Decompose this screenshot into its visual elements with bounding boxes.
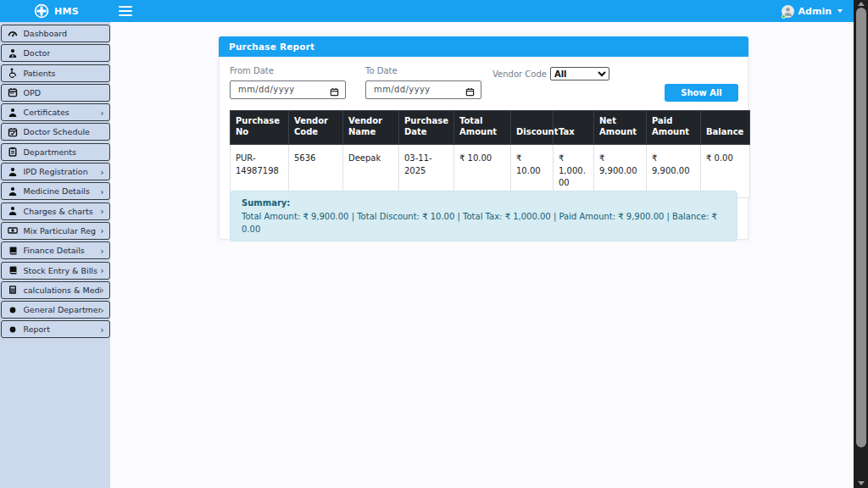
table-cell: PUR-14987198 [231, 145, 289, 198]
top-navbar: HMS Admin [0, 0, 868, 22]
gauge-icon [8, 29, 18, 39]
column-header-total-amount: Total Amount [454, 111, 511, 145]
calculator-icon [8, 285, 18, 295]
money-icon [8, 225, 18, 236]
purchase-report-table: Purchase NoVendor CodeVendor NamePurchas… [230, 110, 750, 198]
brand[interactable]: HMS [34, 3, 79, 19]
sidebar-item-dashboard[interactable]: Dashboard [1, 25, 110, 42]
sidebar-item-charges-charts[interactable]: Charges & charts› [1, 202, 110, 220]
sidebar-item-label: Dashboard [24, 29, 68, 38]
to-date-input[interactable] [365, 80, 481, 99]
column-header-vendor-code: Vendor Code [289, 111, 343, 145]
sidebar-item-ipd-registration[interactable]: IPD Registration› [1, 163, 110, 180]
avatar-icon [782, 5, 794, 18]
table-cell: ₹ 9,900.00 [594, 145, 647, 198]
sidebar-item-label: Medicine Details [24, 186, 90, 196]
chevron-right-icon: › [101, 247, 104, 256]
online-status-dot [782, 14, 786, 19]
from-date-label: From Date [230, 66, 346, 75]
chevron-right-icon: › [101, 227, 104, 236]
table-cell: ₹ 1,000.00 [554, 145, 594, 198]
chevron-right-icon: › [101, 109, 104, 118]
sidebar-item-general-departments[interactable]: General Departments› [1, 301, 110, 319]
column-header-tax: Tax [554, 111, 594, 145]
table-cell: 03-11-2025 [399, 145, 454, 198]
sidebar: DashboardDoctorPatientsOPDCertificates›D… [0, 22, 110, 488]
chevron-right-icon: › [101, 169, 104, 177]
sidebar-item-finance-details[interactable]: Finance Details› [1, 241, 110, 259]
sidebar-item-medicine-details[interactable]: Medicine Details› [1, 182, 110, 200]
sidebar-item-label: Departments [24, 147, 76, 157]
sidebar-item-departments[interactable]: Departments [1, 143, 110, 161]
column-header-paid-amount: Paid Amount [647, 111, 701, 145]
table-cell: ₹ 9,900.00 [647, 145, 701, 198]
clipboard-icon [8, 147, 18, 157]
sidebar-item-label: IPD Registration [24, 167, 88, 176]
sidebar-item-label: calculations & Medicines [24, 286, 101, 295]
book-icon [8, 246, 18, 256]
summary-alert: Summary: Total Amount: ₹ 9,900.00 | Tota… [230, 191, 737, 241]
scroll-up-arrow-icon[interactable] [858, 2, 865, 6]
sidebar-item-label: General Departments [24, 305, 101, 314]
table-cell: ₹ 10.00 [511, 145, 554, 198]
hamburger-menu-button[interactable] [119, 6, 132, 16]
sidebar-item-report[interactable]: Report› [1, 320, 110, 338]
sidebar-item-patients[interactable]: Patients [1, 64, 110, 82]
calendar-icon [8, 87, 18, 97]
chevron-right-icon: › [101, 188, 104, 197]
sidebar-item-opd[interactable]: OPD [1, 84, 110, 102]
sidebar-item-certificates[interactable]: Certificates› [1, 103, 110, 121]
table-cell: ₹ 0.00 [701, 145, 750, 198]
table-cell: 5636 [289, 145, 343, 198]
column-header-balance: Balance [701, 111, 750, 145]
user-icon [8, 167, 18, 177]
admin-menu[interactable]: Admin [782, 5, 843, 18]
sidebar-item-doctor[interactable]: Doctor [1, 44, 110, 62]
sidebar-item-label: Doctor [24, 48, 51, 58]
sidebar-item-label: OPD [24, 88, 42, 97]
scroll-down-arrow-icon[interactable] [858, 481, 865, 485]
table-cell: Deepak [343, 145, 399, 198]
circle-icon [8, 324, 18, 335]
sidebar-item-label: Finance Details [24, 246, 85, 255]
purchase-report-panel: Purchase Report From Date [219, 36, 748, 240]
sidebar-item-label: Mix Particular Reg [24, 226, 97, 236]
column-header-vendor-name: Vendor Name [343, 111, 399, 145]
brand-title: HMS [54, 6, 79, 17]
to-date-label: To Date [365, 66, 481, 75]
calendar-check-icon [8, 127, 18, 137]
wheelchair-icon [8, 68, 18, 78]
column-header-purchase-no: Purchase No [231, 111, 289, 145]
sidebar-item-label: Certificates [24, 108, 70, 117]
chevron-right-icon: › [101, 326, 104, 335]
caret-down-icon [837, 9, 843, 13]
sidebar-item-calculations-medicines[interactable]: calculations & Medicines› [1, 281, 110, 299]
vendor-code-select[interactable]: All [550, 67, 609, 80]
panel-body: From Date To Date [219, 57, 748, 240]
sidebar-item-label: Doctor Schedule [24, 127, 90, 136]
sidebar-item-doctor-schedule[interactable]: Doctor Schedule [1, 123, 110, 141]
column-header-net-amount: Net Amount [594, 111, 647, 145]
from-date-input[interactable] [230, 80, 346, 99]
scrollbar-thumb[interactable] [856, 8, 866, 447]
table-header-row: Purchase NoVendor CodeVendor NamePurchas… [231, 111, 750, 145]
chevron-right-icon: › [101, 267, 104, 275]
hms-logo-icon [34, 3, 49, 19]
book-icon [8, 265, 18, 275]
summary-label: Summary: [242, 197, 726, 210]
circle-icon [8, 305, 18, 315]
column-header-discount: Discount [511, 111, 554, 145]
sidebar-item-label: Patients [24, 69, 56, 78]
table-row: PUR-149871985636Deepak03-11-2025₹ 10.00₹… [231, 145, 750, 198]
admin-label: Admin [798, 6, 832, 17]
app-root: HMS Admin DashboardDoctorPatientsOPDCert… [0, 0, 868, 488]
summary-text: Total Amount: ₹ 9,900.00 | Total Discoun… [242, 210, 726, 236]
panel-title: Purchase Report [219, 36, 748, 57]
show-all-button[interactable]: Show All [665, 84, 738, 102]
table-cell: ₹ 10.00 [454, 145, 511, 198]
sidebar-item-stock-entry-bills[interactable]: Stock Entry & Bills› [1, 262, 110, 280]
vertical-scrollbar[interactable] [854, 0, 868, 488]
sidebar-item-label: Report [24, 324, 51, 334]
column-header-purchase-date: Purchase Date [399, 111, 454, 145]
sidebar-item-mix-particular-reg[interactable]: Mix Particular Reg› [1, 222, 110, 240]
